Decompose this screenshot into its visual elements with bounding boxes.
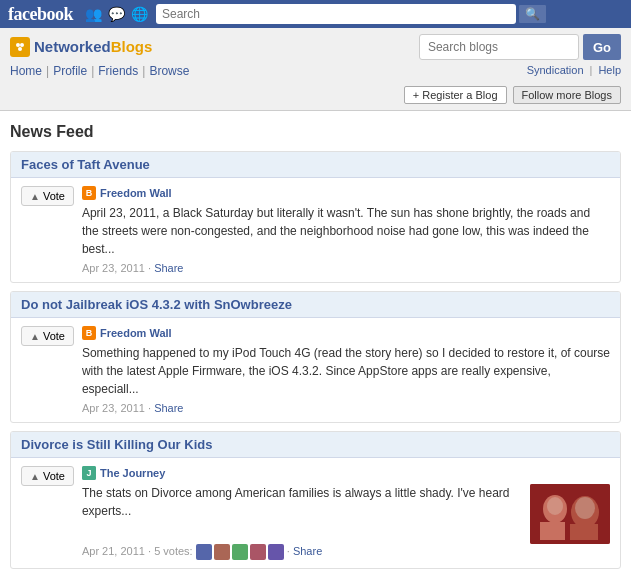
vote-avatar-5: [268, 544, 284, 560]
vote-label: Vote: [43, 190, 65, 202]
post-card: Do not Jailbreak iOS 4.3.2 with SnOwbree…: [10, 291, 621, 423]
vote-button[interactable]: ▲ Vote: [21, 326, 74, 346]
vote-avatar-1: [196, 544, 212, 560]
nb-search-area: Go: [419, 34, 621, 60]
post-vote-area: ▲ Vote: [21, 326, 74, 414]
post-vote-area: ▲ Vote: [21, 466, 74, 560]
post-title[interactable]: Divorce is Still Killing Our Kids: [11, 432, 620, 458]
post-thumbnail: [530, 484, 610, 544]
action-sep: |: [590, 64, 593, 76]
vote-arrow-icon: ▲: [30, 331, 40, 342]
nb-go-button[interactable]: Go: [583, 34, 621, 60]
nav-sep-1: |: [46, 64, 49, 78]
vote-button[interactable]: ▲ Vote: [21, 466, 74, 486]
nb-header-top: NetworkedBlogs Go: [10, 34, 621, 60]
nb-logo: NetworkedBlogs: [10, 37, 152, 57]
svg-point-11: [547, 497, 563, 515]
blog-name[interactable]: The Journey: [100, 467, 165, 479]
register-blog-button[interactable]: + Register a Blog: [404, 86, 507, 104]
vote-avatar-2: [214, 544, 230, 560]
post-vote-area: ▲ Vote: [21, 186, 74, 274]
share-link[interactable]: Share: [154, 262, 183, 274]
post-title[interactable]: Do not Jailbreak iOS 4.3.2 with SnOwbree…: [11, 292, 620, 318]
vote-label: Vote: [43, 330, 65, 342]
svg-point-3: [18, 47, 22, 51]
syndication-link[interactable]: Syndication: [527, 64, 584, 76]
post-date: Apr 23, 2011: [82, 262, 145, 274]
post-text: April 23, 2011, a Black Saturday but lit…: [82, 204, 610, 258]
post-title[interactable]: Faces of Taft Avenue: [11, 152, 620, 178]
post-card: Faces of Taft Avenue ▲ Vote B Freedom Wa…: [10, 151, 621, 283]
post-content: B Freedom Wall April 23, 2011, a Black S…: [82, 186, 610, 274]
fb-search-input[interactable]: [156, 4, 516, 24]
post-text: Something happened to my iPod Touch 4G (…: [82, 344, 610, 398]
blog-source: B Freedom Wall: [82, 326, 610, 340]
networkedblogs-header: NetworkedBlogs Go Home | Profile | Frien…: [0, 28, 631, 111]
nb-logo-text: NetworkedBlogs: [34, 38, 152, 56]
facebook-logo: facebook: [8, 4, 73, 25]
fb-search-area: 🔍: [156, 4, 623, 24]
messages-icon: 💬: [108, 6, 125, 22]
nb-logo-icon: [10, 37, 30, 57]
journey-blog-icon: J: [82, 466, 96, 480]
blogger-icon: B: [82, 186, 96, 200]
votes-count: 5 votes:: [154, 545, 193, 557]
nav-friends[interactable]: Friends: [98, 64, 138, 78]
nb-search-input[interactable]: [419, 34, 579, 60]
post-meta: Apr 23, 2011 · Share: [82, 402, 610, 414]
news-feed-title: News Feed: [10, 123, 621, 141]
main-content: News Feed Faces of Taft Avenue ▲ Vote B …: [0, 111, 631, 585]
nav-home[interactable]: Home: [10, 64, 42, 78]
post-body: ▲ Vote B Freedom Wall April 23, 2011, a …: [11, 178, 620, 282]
post-body: ▲ Vote J The Journey The stats on Divorc…: [11, 458, 620, 568]
globe-icon: 🌐: [131, 6, 148, 22]
share-link[interactable]: Share: [293, 545, 322, 557]
svg-point-12: [575, 497, 595, 519]
post-meta: Apr 23, 2011 · Share: [82, 262, 610, 274]
blog-source: B Freedom Wall: [82, 186, 610, 200]
post-body: ▲ Vote B Freedom Wall Something happened…: [11, 318, 620, 422]
nav-profile[interactable]: Profile: [53, 64, 87, 78]
vote-arrow-icon: ▲: [30, 471, 40, 482]
nav-sep-2: |: [91, 64, 94, 78]
post-content: B Freedom Wall Something happened to my …: [82, 326, 610, 414]
svg-text:J: J: [86, 468, 91, 478]
vote-avatar-4: [250, 544, 266, 560]
vote-arrow-icon: ▲: [30, 191, 40, 202]
vote-avatars: [196, 544, 284, 560]
post-text: The stats on Divorce among American fami…: [82, 484, 522, 540]
fb-search-button[interactable]: 🔍: [518, 4, 547, 24]
vote-label: Vote: [43, 470, 65, 482]
post-content: J The Journey The stats on Divorce among…: [82, 466, 610, 560]
facebook-topbar: facebook 👥 💬 🌐 🔍: [0, 0, 631, 28]
friends-icon: 👥: [85, 6, 102, 22]
nb-nav: Home | Profile | Friends | Browse: [10, 64, 189, 78]
nb-actions: Syndication | Help: [527, 64, 621, 76]
blog-name[interactable]: Freedom Wall: [100, 327, 172, 339]
nav-sep-3: |: [142, 64, 145, 78]
svg-rect-9: [540, 522, 565, 540]
post-card: Divorce is Still Killing Our Kids ▲ Vote…: [10, 431, 621, 569]
blog-source: J The Journey: [82, 466, 610, 480]
vote-button[interactable]: ▲ Vote: [21, 186, 74, 206]
post-meta: Apr 21, 2011 · 5 votes: · Share: [82, 544, 610, 560]
blog-name[interactable]: Freedom Wall: [100, 187, 172, 199]
post-date: Apr 23, 2011: [82, 402, 145, 414]
fb-nav-icons: 👥 💬 🌐: [85, 6, 148, 22]
svg-rect-10: [570, 524, 598, 540]
share-link[interactable]: Share: [154, 402, 183, 414]
svg-point-1: [16, 43, 20, 47]
follow-blogs-button[interactable]: Follow more Blogs: [513, 86, 621, 104]
post-date: Apr 21, 2011: [82, 545, 145, 557]
blogger-icon: B: [82, 326, 96, 340]
vote-avatar-3: [232, 544, 248, 560]
help-link[interactable]: Help: [598, 64, 621, 76]
nav-browse[interactable]: Browse: [149, 64, 189, 78]
svg-point-2: [20, 43, 24, 47]
search-icon: 🔍: [525, 7, 540, 21]
